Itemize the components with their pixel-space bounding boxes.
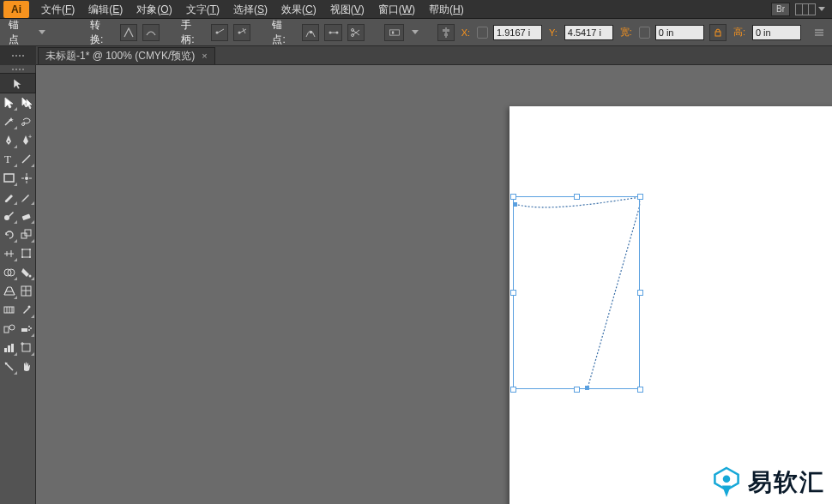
perspective-tool[interactable]: [0, 281, 18, 300]
anchor-end[interactable]: [585, 386, 589, 390]
menu-e[interactable]: 编辑(E): [81, 0, 130, 19]
show-handles-button[interactable]: [211, 24, 228, 41]
isolate-button[interactable]: [384, 24, 405, 41]
h-input[interactable]: 0 in: [752, 25, 801, 40]
document-tab-title: 未标题-1* @ 100% (CMYK/预览): [45, 49, 195, 63]
svg-point-49: [28, 305, 31, 308]
arrange-documents-button[interactable]: [795, 3, 825, 15]
isolate-dropdown-icon[interactable]: [409, 30, 419, 34]
artboard-tool[interactable]: [18, 338, 36, 357]
handle-s[interactable]: [574, 387, 580, 393]
blob-brush-tool[interactable]: [0, 206, 18, 225]
document-tab[interactable]: 未标题-1* @ 100% (CMYK/预览) ×: [38, 47, 215, 64]
magic-wand-tool[interactable]: [0, 111, 18, 130]
eyedropper-tool[interactable]: [18, 300, 36, 319]
handle-nw[interactable]: [510, 194, 516, 200]
menu-h[interactable]: 帮助(H): [422, 0, 471, 19]
wh-lock-icon[interactable]: [709, 24, 726, 41]
menu-f[interactable]: 文件(F): [34, 0, 81, 19]
selection-type-label: 锚点: [5, 18, 31, 47]
xy-link-icon[interactable]: [477, 27, 488, 39]
svg-point-36: [29, 249, 31, 250]
canvas[interactable]: 易软汇: [36, 65, 832, 504]
svg-rect-50: [4, 327, 9, 333]
line-tool[interactable]: [18, 149, 36, 168]
scale-tool[interactable]: [18, 225, 36, 243]
controlbar-menu-icon[interactable]: [811, 24, 827, 41]
svg-point-37: [21, 256, 23, 258]
svg-point-54: [30, 327, 32, 329]
svg-rect-24: [4, 174, 14, 182]
direct-selection-tool[interactable]: [0, 93, 18, 111]
flare-tool[interactable]: [18, 168, 36, 187]
svg-point-30: [4, 215, 9, 220]
type-tool[interactable]: T: [0, 149, 18, 168]
column-graph-tool[interactable]: [0, 338, 18, 357]
free-transform-tool[interactable]: [18, 243, 36, 262]
handle-w[interactable]: [510, 290, 516, 296]
tool-panel: +T: [0, 65, 36, 504]
paintbrush-tool[interactable]: [0, 187, 18, 206]
menu-o[interactable]: 对象(O): [130, 0, 178, 19]
shape-builder-tool[interactable]: [0, 262, 18, 281]
eraser-tool[interactable]: [18, 206, 36, 225]
svg-rect-15: [715, 32, 720, 36]
svg-point-55: [28, 329, 30, 331]
width-tool[interactable]: [0, 243, 18, 262]
convert-corner-button[interactable]: [120, 24, 137, 41]
gradient-tool[interactable]: [0, 300, 18, 319]
rectangle-tool[interactable]: [0, 168, 18, 187]
pen-tool[interactable]: [0, 130, 18, 149]
handle-ne[interactable]: [637, 194, 643, 200]
handle-e[interactable]: [637, 290, 643, 296]
anchor-dropdown-icon[interactable]: [36, 30, 45, 34]
anchor-start[interactable]: [513, 202, 517, 207]
hand-tool[interactable]: [18, 357, 36, 375]
close-tab-icon[interactable]: ×: [202, 51, 207, 61]
pencil-tool[interactable]: [18, 187, 36, 206]
menu-v[interactable]: 视图(V): [323, 0, 371, 19]
wh-link-icon[interactable]: [639, 27, 650, 39]
convert-smooth-button[interactable]: [142, 24, 160, 41]
selection-tool[interactable]: [0, 74, 35, 93]
mesh-tool[interactable]: [18, 281, 36, 300]
handle-se[interactable]: [637, 387, 643, 393]
w-input[interactable]: 0 in: [655, 25, 704, 40]
menu-t[interactable]: 文字(T): [179, 0, 226, 19]
svg-point-19: [22, 123, 25, 125]
menu-c[interactable]: 效果(C): [274, 0, 323, 19]
add-anchor-tool[interactable]: +: [18, 130, 36, 149]
align-button[interactable]: [437, 24, 455, 41]
handles-label: 手柄:: [178, 18, 206, 47]
svg-point-38: [29, 256, 31, 258]
menu-w[interactable]: 窗口(W): [371, 0, 422, 19]
svg-rect-31: [22, 213, 31, 220]
y-input[interactable]: 4.5417 i: [564, 25, 613, 40]
toolpanel-grip[interactable]: [0, 65, 35, 74]
menu-s[interactable]: 选择(S): [226, 0, 274, 19]
y-label: Y:: [549, 27, 558, 38]
blend-tool[interactable]: [0, 319, 18, 338]
symbol-sprayer-tool[interactable]: [18, 319, 36, 338]
remove-anchor-button[interactable]: [302, 24, 319, 41]
rotate-tool[interactable]: [0, 225, 18, 243]
svg-line-23: [22, 155, 30, 163]
handle-n[interactable]: [574, 194, 580, 200]
hide-handles-button[interactable]: [233, 24, 250, 41]
svg-rect-14: [444, 33, 448, 36]
svg-line-1: [218, 29, 224, 33]
lasso-tool[interactable]: [18, 111, 36, 130]
toolpanel-collapse-handle[interactable]: [0, 46, 36, 65]
handle-sw[interactable]: [510, 387, 516, 393]
bridge-chip[interactable]: Br: [771, 3, 790, 16]
svg-point-53: [28, 326, 30, 327]
h-label: 高:: [733, 26, 745, 39]
svg-point-20: [8, 141, 9, 142]
group-selection-tool[interactable]: [18, 93, 36, 111]
svg-rect-59: [22, 344, 30, 351]
x-input[interactable]: 1.9167 i: [493, 25, 542, 40]
slice-tool[interactable]: [0, 357, 18, 375]
connect-anchor-button[interactable]: [324, 24, 341, 41]
cut-path-button[interactable]: [347, 24, 365, 41]
live-paint-tool[interactable]: [18, 262, 36, 281]
